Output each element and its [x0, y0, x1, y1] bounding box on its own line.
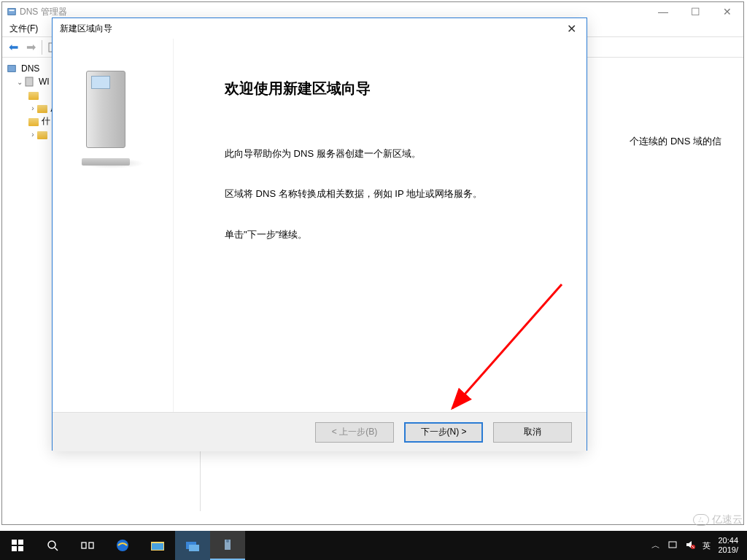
- file-menu[interactable]: 文件(F): [9, 23, 38, 35]
- main-title: DNS 管理器: [20, 6, 67, 18]
- watermark: ㄙ 亿速云: [693, 513, 743, 526]
- dns-icon: [7, 63, 18, 74]
- explorer-icon[interactable]: [140, 531, 175, 560]
- svg-point-10: [48, 541, 55, 548]
- svg-rect-21: [669, 542, 676, 548]
- svg-rect-12: [82, 542, 86, 548]
- svg-rect-7: [18, 540, 23, 545]
- wizard-content: 欢迎使用新建区域向导 此向导帮助你为 DNS 服务器创建一个新区域。 区域将 D…: [174, 39, 587, 412]
- dns-app-icon: [7, 7, 17, 17]
- wizard-heading: 欢迎使用新建区域向导: [225, 75, 557, 101]
- watermark-text: 亿速云: [712, 513, 743, 526]
- time: 20:44: [718, 536, 738, 545]
- server-icon: [24, 77, 36, 87]
- wizard-close-button[interactable]: ✕: [556, 18, 587, 39]
- clock[interactable]: 20:44 2019/: [718, 536, 738, 555]
- cancel-button[interactable]: 取消: [493, 422, 572, 443]
- network-icon[interactable]: [667, 540, 678, 551]
- svg-rect-13: [89, 542, 93, 548]
- svg-rect-9: [18, 546, 23, 551]
- expand-icon[interactable]: ›: [28, 131, 37, 139]
- watermark-icon: ㄙ: [693, 514, 709, 526]
- svg-rect-0: [8, 9, 16, 15]
- expand-icon[interactable]: ⌄: [15, 78, 24, 86]
- svg-point-20: [226, 540, 229, 542]
- tray-chevron-icon[interactable]: ︿: [651, 540, 660, 552]
- svg-rect-1: [9, 9, 15, 11]
- minimize-button[interactable]: —: [647, 2, 679, 21]
- taskbar-app-active[interactable]: [175, 531, 210, 560]
- svg-rect-3: [8, 66, 16, 72]
- tree-label: WI: [39, 77, 50, 87]
- server-illustration: [86, 71, 140, 166]
- wizard-titlebar[interactable]: 新建区域向导 ✕: [53, 18, 587, 39]
- start-button[interactable]: [0, 531, 35, 560]
- wizard-sidebar: [53, 39, 174, 412]
- dns-manager-taskbar-icon[interactable]: [210, 531, 245, 560]
- svg-rect-6: [12, 540, 17, 545]
- folder-icon: [28, 92, 39, 100]
- wizard-text: 此向导帮助你为 DNS 服务器创建一个新区域。: [225, 145, 557, 162]
- close-button[interactable]: ✕: [711, 2, 743, 21]
- wizard-title: 新建区域向导: [60, 23, 112, 35]
- next-button[interactable]: 下一步(N) >: [404, 422, 483, 443]
- taskbar: ︿ 英 20:44 2019/: [0, 531, 747, 560]
- expand-icon[interactable]: ›: [28, 104, 37, 112]
- svg-line-11: [55, 548, 58, 551]
- wizard-body: 欢迎使用新建区域向导 此向导帮助你为 DNS 服务器创建一个新区域。 区域将 D…: [53, 39, 587, 412]
- maximize-button[interactable]: ☐: [679, 2, 711, 21]
- svg-rect-16: [152, 543, 163, 550]
- wizard-text: 单击"下一步"继续。: [225, 226, 557, 243]
- back-button: < 上一步(B): [315, 422, 394, 443]
- tree-label: DNS: [21, 63, 39, 74]
- wizard-text: 区域将 DNS 名称转换成相关数据，例如 IP 地址或网络服务。: [225, 185, 557, 202]
- new-zone-wizard-dialog: 新建区域向导 ✕ 欢迎使用新建区域向导 此向导帮助你为 DNS 服务器创建一个新…: [52, 18, 587, 451]
- folder-icon: [37, 131, 47, 139]
- nav-forward-icon[interactable]: ➡: [23, 39, 39, 55]
- wizard-footer: < 上一步(B) 下一步(N) > 取消: [53, 412, 587, 451]
- nav-back-icon[interactable]: ⬅: [5, 39, 21, 55]
- tree-label: 什: [42, 115, 50, 128]
- system-tray: ︿ 英 20:44 2019/: [651, 536, 747, 555]
- folder-icon: [37, 105, 47, 113]
- taskview-icon[interactable]: [70, 531, 105, 560]
- ie-icon[interactable]: [105, 531, 140, 560]
- separator: [42, 40, 42, 55]
- svg-rect-4: [26, 77, 33, 86]
- volume-icon[interactable]: [685, 540, 695, 551]
- search-icon[interactable]: [35, 531, 70, 560]
- ime-indicator[interactable]: 英: [703, 540, 711, 551]
- folder-icon: [28, 118, 39, 126]
- svg-rect-8: [12, 546, 17, 551]
- content-text: 个连续的 DNS 域的信: [630, 135, 721, 148]
- date: 2019/: [718, 545, 738, 555]
- svg-rect-18: [189, 545, 199, 551]
